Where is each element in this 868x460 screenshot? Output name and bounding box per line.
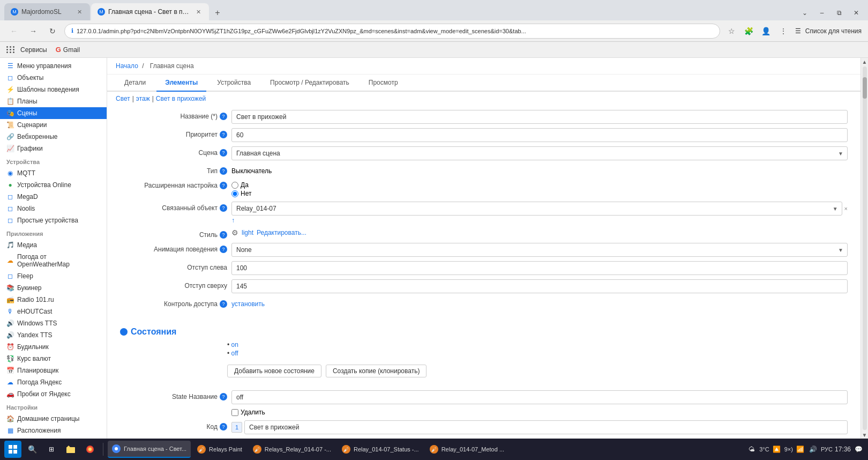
margin-top-input[interactable]: [231, 279, 848, 293]
sidebar-item-plans[interactable]: 📋 Планы: [0, 95, 107, 107]
tab-devices[interactable]: Устройства: [208, 75, 259, 92]
search-button[interactable]: 🔍: [24, 441, 41, 458]
sidebar-item-owm[interactable]: ☁ Погода от OpenWeatherMap: [0, 251, 107, 270]
clone-state-button[interactable]: Создать копие (клонировать): [326, 365, 426, 377]
style-help[interactable]: ?: [220, 231, 227, 239]
scene-select[interactable]: Главная сцена: [231, 146, 848, 160]
advanced-help[interactable]: ?: [220, 182, 227, 189]
sidebar-item-graphs[interactable]: 📈 Графики: [0, 143, 107, 154]
linked-obj-link[interactable]: ↑: [231, 217, 848, 224]
taskbar-relays-paint[interactable]: 🖌 Relays Paint: [193, 441, 246, 458]
delete-checkbox-label[interactable]: Удалить: [231, 409, 265, 416]
gmail-link[interactable]: G Gmail: [56, 46, 80, 54]
tab-view-edit[interactable]: Просмотр / Редактировать: [261, 75, 358, 92]
sub-link-svet[interactable]: Свет: [116, 95, 130, 102]
sidebar-item-yandex-search[interactable]: 🚗 Пробки от Яндекс: [0, 388, 107, 400]
access-link[interactable]: установить: [231, 298, 265, 308]
tab-view[interactable]: Просмотр: [360, 75, 407, 92]
state-name-help[interactable]: ?: [220, 393, 227, 400]
tab-close-scenes[interactable]: ✕: [194, 8, 203, 16]
advanced-no-option[interactable]: Нет: [231, 190, 251, 197]
maximize-button[interactable]: ⧉: [832, 5, 847, 20]
sidebar-item-mqtt[interactable]: ◉ MQTT: [0, 167, 107, 179]
priority-help[interactable]: ?: [220, 131, 227, 138]
reading-list-label[interactable]: Список для чтения: [805, 27, 862, 35]
access-help[interactable]: ?: [220, 300, 227, 308]
weather-icon[interactable]: 🌤: [746, 444, 757, 455]
tab-details[interactable]: Детали: [116, 75, 154, 92]
volume-icon[interactable]: 🔊: [808, 444, 819, 455]
wifi-icon[interactable]: 📶: [795, 444, 806, 455]
scroll-up-arrow[interactable]: ▲: [861, 58, 869, 65]
sidebar-item-layouts[interactable]: ▦ Расположения: [0, 425, 107, 436]
tab-scenes[interactable]: M Главная сцена - Свет в прихож... ✕: [91, 3, 209, 20]
bookmark-star[interactable]: ☆: [724, 24, 739, 39]
new-tab-button[interactable]: +: [210, 5, 225, 20]
linked-obj-select[interactable]: Relay_014-07: [231, 202, 842, 216]
back-button[interactable]: ←: [6, 24, 21, 39]
sidebar-item-currency[interactable]: 💱 Курс валют: [0, 353, 107, 365]
sidebar-item-radio[interactable]: 📻 Radio 101.ru: [0, 294, 107, 306]
notifications-icon[interactable]: 💬: [853, 444, 864, 455]
linked-help[interactable]: ?: [220, 204, 227, 212]
taskbar-relay-method[interactable]: 🖌 Relay_014-07_Metod ...: [425, 441, 508, 458]
start-button[interactable]: [4, 441, 21, 458]
taskview-button[interactable]: ⊞: [43, 441, 60, 458]
network-icon[interactable]: 🔼: [772, 444, 782, 455]
sidebar-item-yandex-weather[interactable]: ☁ Погода Яндекс: [0, 376, 107, 388]
sidebar-item-ehoutcast[interactable]: 🎙 eHOUTCast: [0, 306, 107, 317]
priority-input[interactable]: [231, 128, 848, 142]
sidebar-item-devices-online[interactable]: ● Устройства Online: [0, 179, 107, 191]
state-link-off[interactable]: off: [231, 350, 238, 357]
scroll-thumb[interactable]: [863, 77, 867, 99]
sub-link-prikhozh[interactable]: Свет в прихожей: [156, 95, 206, 102]
scene-help[interactable]: ?: [220, 149, 227, 157]
style-edit-link[interactable]: Редактировать...: [257, 229, 306, 236]
sidebar-item-menu[interactable]: ☰ Меню управления: [0, 60, 107, 72]
sidebar-item-simple[interactable]: ◻ Простые устройства: [0, 214, 107, 226]
sidebar-item-windows-tts[interactable]: 🔊 Windows TTS: [0, 317, 107, 329]
code-help[interactable]: ?: [220, 423, 227, 431]
scroll-down-arrow[interactable]: ▼: [861, 431, 869, 439]
taskbar-chrome-app[interactable]: Главная сцена - Свет...: [108, 441, 191, 458]
profile-icon[interactable]: 👤: [759, 24, 774, 39]
name-help[interactable]: ?: [220, 113, 227, 120]
delete-checkbox[interactable]: [231, 409, 238, 416]
minimize-button[interactable]: –: [814, 5, 829, 20]
reload-button[interactable]: ↻: [45, 24, 60, 39]
sidebar-item-objects[interactable]: ◻ Объекты: [0, 72, 107, 84]
sidebar-item-webhooks[interactable]: 🔗 Вебхоренные: [0, 131, 107, 143]
taskbar-relays-relay[interactable]: 🖌 Relays_Relay_014-07 -...: [249, 441, 335, 458]
type-help[interactable]: ?: [220, 167, 227, 175]
add-state-button[interactable]: Добавить новое состояние: [227, 365, 321, 377]
menu-icon[interactable]: ⋮: [776, 24, 791, 39]
forward-button[interactable]: →: [26, 24, 41, 39]
sidebar-item-yandex-tts[interactable]: 🔊 Yandex TTS: [0, 329, 107, 341]
home-link[interactable]: Начало: [116, 62, 138, 70]
scroll-track[interactable]: [863, 66, 867, 430]
sidebar-item-scripts[interactable]: 📜 Сценарии: [0, 119, 107, 131]
animation-help[interactable]: ?: [220, 246, 227, 253]
tab-elements[interactable]: Элементы: [156, 75, 206, 92]
state-name-input[interactable]: [231, 390, 848, 404]
sidebar-item-noolis[interactable]: ◻ Noolis: [0, 203, 107, 214]
sidebar-item-behaviors[interactable]: ⚡ Шаблоны поведения: [0, 84, 107, 95]
firefox-button[interactable]: [81, 441, 99, 458]
explorer-button[interactable]: [62, 441, 79, 458]
address-bar-input[interactable]: ℹ 127.0.0.1/admin.php?pd=c2NlbmVzOntpbnN…: [64, 24, 720, 39]
sidebar-item-media[interactable]: 🎵 Медиа: [0, 239, 107, 251]
close-button[interactable]: ✕: [849, 5, 864, 20]
animation-select[interactable]: None: [231, 243, 848, 257]
sidebar-item-fleep[interactable]: ◻ Fleep: [0, 270, 107, 282]
sidebar-item-bookiner[interactable]: 📚 Букинер: [0, 282, 107, 294]
sidebar-item-scheduler[interactable]: 📅 Планировщик: [0, 365, 107, 376]
advanced-yes-radio[interactable]: [231, 182, 238, 189]
advanced-yes-option[interactable]: Да: [231, 181, 251, 189]
sidebar-item-awakening[interactable]: ⏰ Будильник: [0, 341, 107, 353]
sidebar-item-megad[interactable]: ◻ MegaD: [0, 191, 107, 203]
tab-close-majordomosl[interactable]: ✕: [75, 8, 84, 16]
sidebar-item-scenes[interactable]: 🎭 Сцены: [0, 107, 107, 119]
advanced-no-radio[interactable]: [231, 190, 238, 197]
style-text-link[interactable]: light: [242, 229, 253, 236]
taskbar-relay-status[interactable]: 🖌 Relay_014-07_Status -...: [338, 441, 423, 458]
